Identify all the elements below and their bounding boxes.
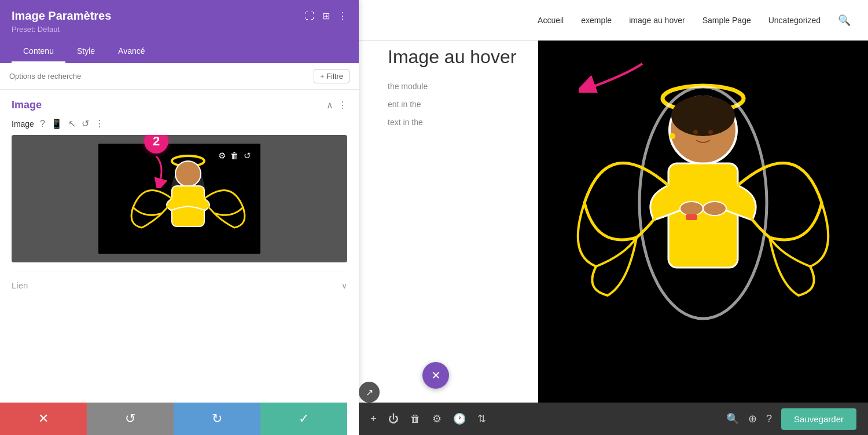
image-more-icon[interactable]: ⋮ xyxy=(95,118,104,129)
redo-button[interactable]: ↻ xyxy=(174,403,260,435)
lien-section: Lien ∨ xyxy=(12,272,347,290)
bottom-bar-right: + ⏻ 🗑 ⚙ 🕐 ⇅ 🔍 ⊕ ? Sauvegarder xyxy=(359,403,868,435)
tab-contenu[interactable]: Contenu xyxy=(12,41,65,63)
svg-point-8 xyxy=(671,96,735,136)
mobile-icon[interactable]: 📱 xyxy=(51,118,62,129)
image-preview-container: 2 xyxy=(12,135,347,262)
collapse-icon[interactable]: ∧ xyxy=(326,100,333,111)
delete-icon[interactable]: 🗑 xyxy=(410,413,421,425)
bottom-bar-right-icons: 🔍 ⊕ ? Sauvegarder xyxy=(726,408,856,430)
panel-header: Image Paramètres ⛶ ⊞ ⋮ Preset: Défaut Co… xyxy=(0,0,359,63)
nav-uncategorized[interactable]: Uncategorized xyxy=(768,16,821,25)
nav-image-hover[interactable]: image au hover xyxy=(629,16,685,25)
svg-point-13 xyxy=(680,202,703,215)
search-input[interactable] xyxy=(9,72,309,81)
save-button[interactable]: Sauvegarder xyxy=(781,408,856,430)
power-icon[interactable]: ⏻ xyxy=(388,413,399,425)
settings-overlay-icon[interactable]: ⚙ xyxy=(218,151,226,161)
nav-exemple[interactable]: exemple xyxy=(581,16,612,25)
image-toolbar: Image ? 📱 ↖ ↺ ⋮ xyxy=(12,118,347,129)
left-panel: Image Paramètres ⛶ ⊞ ⋮ Preset: Défaut Co… xyxy=(0,0,359,435)
nav-sample-page[interactable]: Sample Page xyxy=(703,16,751,25)
history-icon[interactable]: 🕐 xyxy=(453,412,466,425)
layout-icon[interactable]: ⇅ xyxy=(477,412,486,425)
angel-image-large-svg xyxy=(538,41,868,434)
bottom-bar-left-icons: + ⏻ 🗑 ⚙ 🕐 ⇅ xyxy=(370,412,486,425)
section-more-icon[interactable]: ⋮ xyxy=(338,100,347,111)
layers-icon[interactable]: ⊕ xyxy=(748,412,757,425)
tab-style[interactable]: Style xyxy=(65,41,106,63)
top-nav: Accueil exemple image au hover Sample Pa… xyxy=(359,0,868,41)
cursor-icon[interactable]: ↖ xyxy=(68,118,76,129)
svg-point-3 xyxy=(175,161,201,187)
annotation-2: 2 xyxy=(139,135,174,188)
more-icon[interactable]: ⋮ xyxy=(338,10,347,21)
svg-rect-15 xyxy=(686,214,697,220)
arrow-annotation xyxy=(139,153,174,188)
confirm-button[interactable]: ✓ xyxy=(260,403,347,435)
lien-chevron-icon[interactable]: ∨ xyxy=(341,281,347,290)
nav-accueil[interactable]: Accueil xyxy=(538,16,564,25)
add-module-icon[interactable]: + xyxy=(370,413,377,425)
section-title: Image xyxy=(12,99,42,111)
svg-point-11 xyxy=(670,133,675,139)
reset-icon[interactable]: ↺ xyxy=(82,118,89,129)
cancel-button[interactable]: ✕ xyxy=(0,403,87,435)
image-overlay-icons: ⚙ 🗑 ↺ xyxy=(214,148,256,163)
angel-image-large xyxy=(538,41,868,434)
settings-bar-icon[interactable]: ⚙ xyxy=(432,412,442,425)
search-bar-icon[interactable]: 🔍 xyxy=(726,412,739,425)
image-label: Image xyxy=(12,119,34,129)
image-section-header: Image ∧ ⋮ xyxy=(12,99,347,111)
panel-preset[interactable]: Preset: Défaut xyxy=(12,25,347,34)
bottom-left-toolbar: ✕ ↺ ↻ ✓ xyxy=(0,403,347,435)
svg-point-14 xyxy=(703,202,726,215)
panel-header-icons: ⛶ ⊞ ⋮ xyxy=(305,10,347,21)
panel-content: Image ∧ ⋮ Image ? 📱 ↖ ↺ ⋮ 2 xyxy=(0,90,359,435)
svg-point-10 xyxy=(708,130,713,134)
panel-header-top: Image Paramètres ⛶ ⊞ ⋮ xyxy=(12,9,347,23)
tab-avance[interactable]: Avancé xyxy=(106,41,156,63)
drag-handle[interactable]: ↗ xyxy=(359,382,380,403)
help-icon[interactable]: ? xyxy=(40,119,45,129)
svg-point-9 xyxy=(693,130,698,134)
reset-overlay-icon[interactable]: ↺ xyxy=(244,151,251,161)
help-bar-icon[interactable]: ? xyxy=(766,413,772,425)
nav-search-icon[interactable]: 🔍 xyxy=(838,14,851,27)
image-preview-inner: ⚙ 🗑 ↺ xyxy=(98,144,260,254)
lien-header[interactable]: Lien ∨ xyxy=(12,280,347,290)
close-float-button[interactable]: ✕ xyxy=(422,362,449,389)
undo-button[interactable]: ↺ xyxy=(87,403,174,435)
search-bar: + Filtre xyxy=(0,63,359,90)
nav-links: Accueil exemple image au hover Sample Pa… xyxy=(538,14,851,27)
badge-2: 2 xyxy=(144,135,168,153)
section-controls: ∧ ⋮ xyxy=(326,100,347,111)
panel-tabs: Contenu Style Avancé xyxy=(12,41,347,63)
pink-arrow-right xyxy=(579,58,648,95)
svg-rect-12 xyxy=(668,163,738,268)
fullscreen-icon[interactable]: ⛶ xyxy=(305,11,314,21)
right-arrow-svg xyxy=(579,58,648,93)
lien-title: Lien xyxy=(12,280,28,290)
panel-title: Image Paramètres xyxy=(12,9,111,23)
trash-overlay-icon[interactable]: 🗑 xyxy=(230,151,239,161)
columns-icon[interactable]: ⊞ xyxy=(322,10,330,21)
filter-button[interactable]: + Filtre xyxy=(314,69,350,83)
